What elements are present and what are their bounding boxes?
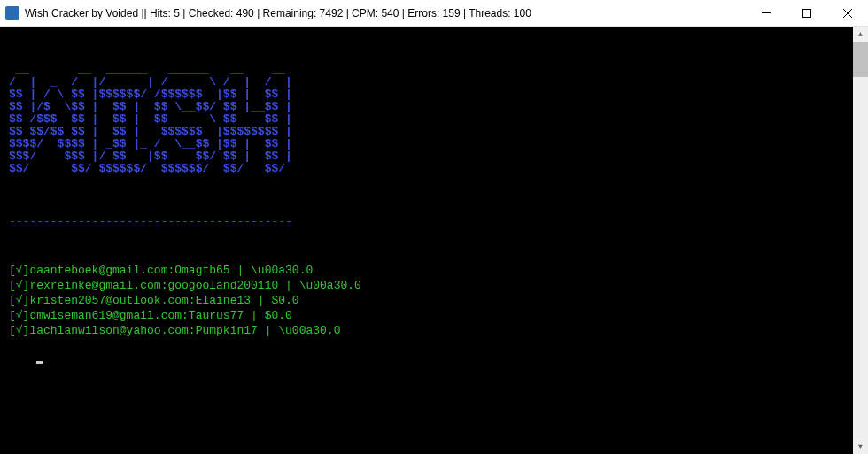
result-line: [√]daanteboek@gmail.com:Omagtb65 | \u00a…	[9, 263, 844, 278]
close-button[interactable]	[827, 0, 868, 26]
divider-line: ----------------------------------------…	[9, 214, 844, 229]
scroll-down-arrow[interactable]: ▼	[853, 439, 868, 454]
result-line: [√]dmwiseman619@gmail.com:Taurus77 | $0.…	[9, 308, 844, 323]
result-line: [√]rexreinke@gmail.com:googooland200110 …	[9, 278, 844, 293]
maximize-button[interactable]	[787, 0, 827, 26]
terminal-cursor	[36, 361, 43, 364]
result-line: [√]kristen2057@outlook.com:Elaine13 | $0…	[9, 293, 844, 308]
terminal-wrapper: __ __ ______ ______ __ __ / | _ / |/ | /…	[0, 27, 868, 454]
svg-rect-1	[803, 9, 811, 17]
scroll-thumb[interactable]	[853, 42, 868, 77]
results-list: [√]daanteboek@gmail.com:Omagtb65 | \u00a…	[9, 263, 844, 338]
app-icon	[5, 6, 19, 20]
scroll-up-arrow[interactable]: ▲	[853, 27, 868, 42]
window-title-bar: Wish Cracker by Voided || Hits: 5 | Chec…	[0, 0, 868, 27]
window-controls	[746, 0, 868, 26]
scroll-track[interactable]	[853, 42, 868, 439]
result-line: [√]lachlanwilson@yahoo.com:Pumpkin17 | \…	[9, 323, 844, 338]
terminal-output[interactable]: __ __ ______ ______ __ __ / | _ / |/ | /…	[0, 27, 853, 454]
svg-rect-0	[762, 12, 771, 13]
vertical-scrollbar[interactable]: ▲ ▼	[853, 27, 868, 454]
window-title: Wish Cracker by Voided || Hits: 5 | Chec…	[25, 7, 746, 19]
ascii-banner: __ __ ______ ______ __ __ / | _ / |/ | /…	[9, 64, 844, 175]
minimize-button[interactable]	[746, 0, 787, 26]
